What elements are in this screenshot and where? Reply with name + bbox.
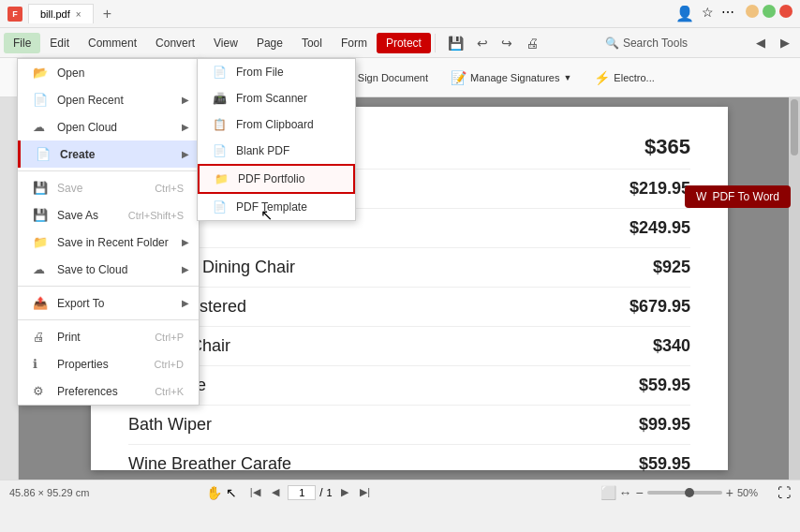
scrollbar[interactable] bbox=[789, 97, 800, 480]
create-arrow: ▶ bbox=[182, 149, 189, 159]
pdf-portfolio-label: PDF Portfolio bbox=[238, 172, 304, 185]
fit-buttons: ⬜ ↔ bbox=[600, 485, 632, 500]
minimize-button[interactable] bbox=[746, 5, 759, 18]
dropdown-create[interactable]: 📄 Create ▶ bbox=[18, 140, 199, 168]
app-icon: F bbox=[7, 7, 22, 22]
pdf-to-word-btn[interactable]: W PDF To Word bbox=[685, 185, 791, 208]
dropdown-open-cloud[interactable]: ☁ Open Cloud ▶ bbox=[18, 113, 199, 140]
item-name-8: Bath Wiper bbox=[128, 415, 212, 435]
save-recent-label: Save in Recent Folder bbox=[57, 236, 169, 249]
print-icon-btn[interactable]: 🖨 bbox=[521, 33, 543, 53]
fit-width-btn[interactable]: ↔ bbox=[619, 485, 632, 500]
tab-close[interactable]: × bbox=[76, 9, 81, 20]
select-tool-icon[interactable]: ↖ bbox=[226, 485, 237, 500]
open-icon: 📂 bbox=[33, 66, 48, 80]
page-input[interactable] bbox=[288, 485, 316, 500]
add-tab-button[interactable]: + bbox=[97, 6, 117, 22]
properties-label: Properties bbox=[57, 358, 109, 371]
window-controls: 👤 ☆ ⋯ bbox=[675, 5, 793, 22]
submenu-pdf-template[interactable]: 📄 PDF Template bbox=[198, 194, 355, 220]
dropdown-preferences[interactable]: ⚙ Preferences Ctrl+K bbox=[18, 377, 199, 405]
save-icon-btn[interactable]: 💾 bbox=[443, 33, 468, 53]
first-page-btn[interactable]: |◀ bbox=[246, 484, 263, 501]
manage-sig-label: Manage Signatures bbox=[470, 72, 559, 83]
maximize-button[interactable] bbox=[763, 5, 776, 18]
dropdown-print[interactable]: 🖨 Print Ctrl+P bbox=[18, 323, 199, 350]
dropdown-save-as[interactable]: 💾 Save As Ctrl+Shift+S bbox=[18, 201, 199, 229]
item-price-8: $99.95 bbox=[639, 415, 690, 435]
blank-pdf-label: Blank PDF bbox=[236, 144, 289, 157]
pdf-portfolio-icon: 📁 bbox=[215, 172, 229, 185]
menu-file[interactable]: File bbox=[4, 33, 40, 53]
page-sep: / bbox=[319, 486, 322, 499]
dropdown-save[interactable]: 💾 Save Ctrl+S bbox=[18, 174, 199, 201]
zoom-controls: ⬜ ↔ − + 50% ⛶ bbox=[600, 485, 791, 500]
pdf-to-word-label: PDF To Word bbox=[712, 190, 779, 203]
dropdown-export[interactable]: 📤 Export To ▶ bbox=[18, 289, 199, 317]
prev-page-btn[interactable]: ◀ bbox=[267, 484, 284, 501]
open-cloud-icon: ☁ bbox=[33, 120, 48, 134]
price-row-6: Spence Chair $340 bbox=[128, 327, 690, 366]
search-tools-btn[interactable]: 🔍 Search Tools bbox=[598, 34, 695, 52]
next-page-btn[interactable]: ▶ bbox=[336, 484, 353, 501]
menu-tool[interactable]: Tool bbox=[292, 33, 332, 53]
save-cloud-arrow: ▶ bbox=[182, 264, 189, 274]
manage-sig-btn[interactable]: 📝 Manage Signatures ▼ bbox=[441, 66, 581, 89]
menu-comment[interactable]: Comment bbox=[79, 33, 146, 53]
menu-edit[interactable]: Edit bbox=[40, 33, 79, 53]
fit-page-btn[interactable]: ⬜ bbox=[600, 485, 616, 500]
back-nav-btn[interactable]: ◀ bbox=[749, 32, 772, 54]
submenu-from-file[interactable]: 📄 From File bbox=[198, 59, 355, 85]
electro-btn[interactable]: ⚡ Electro... bbox=[585, 66, 663, 89]
zoom-in-btn[interactable]: + bbox=[726, 485, 733, 500]
undo-icon-btn[interactable]: ↩ bbox=[472, 33, 493, 53]
forward-nav-btn[interactable]: ▶ bbox=[774, 32, 796, 54]
create-label: Create bbox=[60, 148, 95, 161]
cursor-tool-icon[interactable]: ✋ bbox=[206, 485, 222, 500]
title-bar: F bill.pdf × + 👤 ☆ ⋯ bbox=[0, 0, 800, 28]
menu-protect[interactable]: Protect bbox=[377, 33, 431, 53]
open-recent-arrow: ▶ bbox=[182, 95, 189, 105]
avatar-icon: 👤 bbox=[675, 5, 694, 22]
menu-view[interactable]: View bbox=[204, 33, 247, 53]
open-label: Open bbox=[57, 66, 84, 80]
zoom-thumb bbox=[685, 488, 694, 497]
dimensions-label: 45.86 × 95.29 cm bbox=[9, 487, 89, 498]
save-as-icon: 💾 bbox=[33, 208, 48, 222]
from-scanner-icon: 📠 bbox=[213, 92, 227, 105]
file-dropdown: 📂 Open 📄 Open Recent ▶ ☁ Open Cloud ▶ 📄 … bbox=[17, 58, 200, 406]
preferences-icon: ⚙ bbox=[33, 384, 48, 398]
last-page-btn[interactable]: ▶| bbox=[357, 484, 374, 501]
item-price-5: $679.95 bbox=[630, 297, 690, 317]
menu-convert[interactable]: Convert bbox=[146, 33, 204, 53]
redo-icon-btn[interactable]: ↪ bbox=[496, 33, 517, 53]
menu-form[interactable]: Form bbox=[332, 33, 377, 53]
save-as-label: Save As bbox=[57, 209, 98, 222]
export-icon: 📤 bbox=[33, 296, 48, 310]
pdf-template-label: PDF Template bbox=[236, 200, 307, 214]
close-button[interactable] bbox=[779, 5, 793, 18]
pdf-template-icon: 📄 bbox=[213, 200, 227, 214]
zoom-out-btn[interactable]: − bbox=[636, 485, 644, 500]
blank-pdf-icon: 📄 bbox=[213, 144, 227, 157]
submenu-from-clipboard[interactable]: 📋 From Clipboard bbox=[198, 111, 355, 138]
manage-sig-arrow: ▼ bbox=[563, 73, 571, 82]
open-cloud-arrow: ▶ bbox=[182, 122, 189, 132]
price-row-5: air, Upholstered $679.95 bbox=[128, 288, 690, 327]
fullscreen-btn[interactable]: ⛶ bbox=[778, 485, 791, 500]
submenu-blank-pdf[interactable]: 📄 Blank PDF bbox=[198, 138, 355, 164]
scroll-thumb[interactable] bbox=[791, 99, 798, 155]
zoom-slider[interactable] bbox=[647, 491, 722, 495]
dropdown-properties[interactable]: ℹ Properties Ctrl+D bbox=[18, 350, 199, 377]
status-bar: 45.86 × 95.29 cm ✋ ↖ |◀ ◀ / 1 ▶ ▶| ⬜ ↔ −… bbox=[0, 480, 800, 504]
dropdown-open[interactable]: 📂 Open bbox=[18, 59, 199, 86]
manage-sig-icon: 📝 bbox=[451, 70, 467, 85]
dropdown-save-cloud[interactable]: ☁ Save to Cloud ▶ bbox=[18, 256, 199, 283]
dropdown-open-recent[interactable]: 📄 Open Recent ▶ bbox=[18, 86, 199, 113]
dropdown-save-recent[interactable]: 📁 Save in Recent Folder ▶ bbox=[18, 229, 199, 256]
tab-filename: bill.pdf bbox=[40, 8, 70, 20]
submenu-pdf-portfolio[interactable]: 📁 PDF Portfolio bbox=[198, 164, 355, 194]
menu-page[interactable]: Page bbox=[247, 33, 292, 53]
submenu-from-scanner[interactable]: 📠 From Scanner bbox=[198, 85, 355, 111]
file-tab[interactable]: bill.pdf × bbox=[28, 4, 94, 23]
